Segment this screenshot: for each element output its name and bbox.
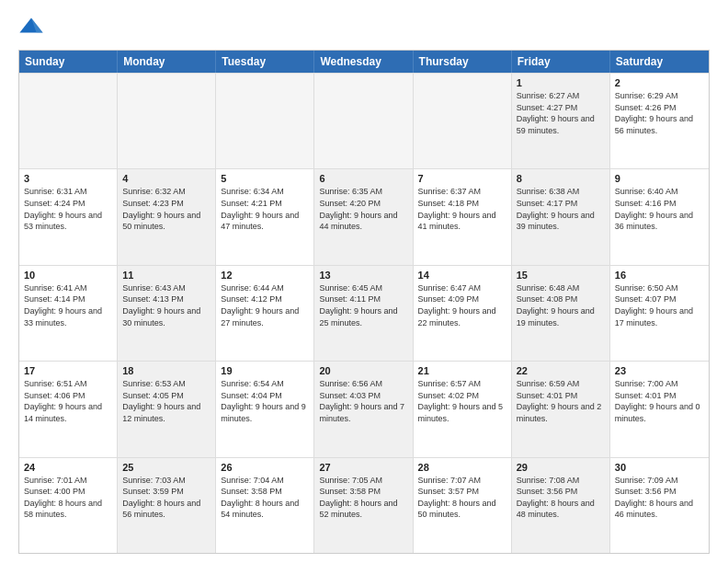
calendar-cell: 29Sunrise: 7:08 AM Sunset: 3:56 PM Dayli… <box>512 458 610 553</box>
day-number: 27 <box>319 462 407 473</box>
header-day-monday: Monday <box>118 51 216 73</box>
day-info: Sunrise: 6:34 AM Sunset: 4:21 PM Dayligh… <box>221 186 309 232</box>
day-number: 2 <box>615 77 704 88</box>
logo-icon <box>18 15 44 40</box>
day-info: Sunrise: 6:59 AM Sunset: 4:01 PM Dayligh… <box>517 378 605 424</box>
day-number: 17 <box>24 365 112 376</box>
calendar: SundayMondayTuesdayWednesdayThursdayFrid… <box>18 50 710 554</box>
day-number: 25 <box>122 462 210 473</box>
day-number: 5 <box>221 173 309 184</box>
calendar-cell: 30Sunrise: 7:09 AM Sunset: 3:56 PM Dayli… <box>610 458 709 553</box>
day-number: 28 <box>418 462 506 473</box>
day-info: Sunrise: 6:57 AM Sunset: 4:02 PM Dayligh… <box>418 378 506 424</box>
day-number: 4 <box>122 173 210 184</box>
calendar-cell: 10Sunrise: 6:41 AM Sunset: 4:14 PM Dayli… <box>19 266 118 361</box>
calendar-cell <box>216 74 314 168</box>
day-info: Sunrise: 6:35 AM Sunset: 4:20 PM Dayligh… <box>319 186 407 232</box>
day-info: Sunrise: 7:00 AM Sunset: 4:01 PM Dayligh… <box>615 378 704 424</box>
day-number: 20 <box>319 365 407 376</box>
calendar-cell <box>314 74 413 168</box>
calendar-cell: 2Sunrise: 6:29 AM Sunset: 4:26 PM Daylig… <box>610 74 709 168</box>
calendar-cell: 13Sunrise: 6:45 AM Sunset: 4:11 PM Dayli… <box>314 266 413 361</box>
day-info: Sunrise: 6:38 AM Sunset: 4:17 PM Dayligh… <box>517 186 605 232</box>
day-number: 24 <box>24 462 112 473</box>
calendar-cell: 25Sunrise: 7:03 AM Sunset: 3:59 PM Dayli… <box>118 458 216 553</box>
day-info: Sunrise: 7:05 AM Sunset: 3:58 PM Dayligh… <box>319 475 407 521</box>
day-number: 12 <box>221 270 309 281</box>
day-info: Sunrise: 6:37 AM Sunset: 4:18 PM Dayligh… <box>418 186 506 232</box>
calendar-cell: 12Sunrise: 6:44 AM Sunset: 4:12 PM Dayli… <box>216 266 314 361</box>
calendar-cell: 15Sunrise: 6:48 AM Sunset: 4:08 PM Dayli… <box>512 266 610 361</box>
calendar-cell: 3Sunrise: 6:31 AM Sunset: 4:24 PM Daylig… <box>19 169 118 264</box>
calendar-cell <box>19 74 118 168</box>
day-number: 21 <box>418 365 506 376</box>
calendar-cell: 22Sunrise: 6:59 AM Sunset: 4:01 PM Dayli… <box>512 362 610 456</box>
calendar-cell: 21Sunrise: 6:57 AM Sunset: 4:02 PM Dayli… <box>414 362 512 456</box>
day-info: Sunrise: 6:44 AM Sunset: 4:12 PM Dayligh… <box>221 282 309 328</box>
calendar-cell: 1Sunrise: 6:27 AM Sunset: 4:27 PM Daylig… <box>512 74 610 168</box>
header-day-thursday: Thursday <box>414 51 512 73</box>
calendar-cell: 16Sunrise: 6:50 AM Sunset: 4:07 PM Dayli… <box>610 266 709 361</box>
calendar-cell: 17Sunrise: 6:51 AM Sunset: 4:06 PM Dayli… <box>19 362 118 456</box>
calendar-row-4: 24Sunrise: 7:01 AM Sunset: 4:00 PM Dayli… <box>19 457 709 553</box>
day-number: 22 <box>517 365 605 376</box>
day-number: 23 <box>615 365 704 376</box>
day-info: Sunrise: 6:54 AM Sunset: 4:04 PM Dayligh… <box>221 378 309 424</box>
day-info: Sunrise: 6:29 AM Sunset: 4:26 PM Dayligh… <box>615 90 704 136</box>
calendar-row-1: 3Sunrise: 6:31 AM Sunset: 4:24 PM Daylig… <box>19 168 709 264</box>
calendar-cell <box>414 74 512 168</box>
day-info: Sunrise: 6:50 AM Sunset: 4:07 PM Dayligh… <box>615 282 704 328</box>
day-number: 10 <box>24 270 112 281</box>
calendar-header: SundayMondayTuesdayWednesdayThursdayFrid… <box>19 51 709 73</box>
day-number: 14 <box>418 270 506 281</box>
day-info: Sunrise: 6:45 AM Sunset: 4:11 PM Dayligh… <box>319 282 407 328</box>
day-number: 30 <box>615 462 704 473</box>
day-info: Sunrise: 6:48 AM Sunset: 4:08 PM Dayligh… <box>517 282 605 328</box>
calendar-cell <box>118 74 216 168</box>
calendar-cell: 24Sunrise: 7:01 AM Sunset: 4:00 PM Dayli… <box>19 458 118 553</box>
calendar-cell: 20Sunrise: 6:56 AM Sunset: 4:03 PM Dayli… <box>314 362 413 456</box>
calendar-cell: 9Sunrise: 6:40 AM Sunset: 4:16 PM Daylig… <box>610 169 709 264</box>
day-number: 26 <box>221 462 309 473</box>
calendar-cell: 19Sunrise: 6:54 AM Sunset: 4:04 PM Dayli… <box>216 362 314 456</box>
day-number: 8 <box>517 173 605 184</box>
calendar-cell: 4Sunrise: 6:32 AM Sunset: 4:23 PM Daylig… <box>118 169 216 264</box>
calendar-cell: 7Sunrise: 6:37 AM Sunset: 4:18 PM Daylig… <box>414 169 512 264</box>
day-number: 9 <box>615 173 704 184</box>
day-number: 3 <box>24 173 112 184</box>
calendar-cell: 11Sunrise: 6:43 AM Sunset: 4:13 PM Dayli… <box>118 266 216 361</box>
calendar-body: 1Sunrise: 6:27 AM Sunset: 4:27 PM Daylig… <box>19 73 709 553</box>
calendar-cell: 26Sunrise: 7:04 AM Sunset: 3:58 PM Dayli… <box>216 458 314 553</box>
day-number: 6 <box>319 173 407 184</box>
calendar-row-2: 10Sunrise: 6:41 AM Sunset: 4:14 PM Dayli… <box>19 265 709 361</box>
day-info: Sunrise: 6:27 AM Sunset: 4:27 PM Dayligh… <box>517 90 605 136</box>
day-info: Sunrise: 6:43 AM Sunset: 4:13 PM Dayligh… <box>122 282 210 328</box>
day-number: 7 <box>418 173 506 184</box>
header-day-friday: Friday <box>512 51 610 73</box>
day-info: Sunrise: 6:41 AM Sunset: 4:14 PM Dayligh… <box>24 282 112 328</box>
calendar-cell: 18Sunrise: 6:53 AM Sunset: 4:05 PM Dayli… <box>118 362 216 456</box>
day-info: Sunrise: 6:32 AM Sunset: 4:23 PM Dayligh… <box>122 186 210 232</box>
header-day-saturday: Saturday <box>610 51 709 73</box>
calendar-cell: 6Sunrise: 6:35 AM Sunset: 4:20 PM Daylig… <box>314 169 413 264</box>
day-info: Sunrise: 6:47 AM Sunset: 4:09 PM Dayligh… <box>418 282 506 328</box>
day-number: 16 <box>615 270 704 281</box>
day-info: Sunrise: 7:07 AM Sunset: 3:57 PM Dayligh… <box>418 475 506 521</box>
header-day-sunday: Sunday <box>19 51 118 73</box>
day-number: 29 <box>517 462 605 473</box>
calendar-cell: 23Sunrise: 7:00 AM Sunset: 4:01 PM Dayli… <box>610 362 709 456</box>
day-number: 19 <box>221 365 309 376</box>
day-info: Sunrise: 6:31 AM Sunset: 4:24 PM Dayligh… <box>24 186 112 232</box>
calendar-row-3: 17Sunrise: 6:51 AM Sunset: 4:06 PM Dayli… <box>19 361 709 456</box>
day-number: 11 <box>122 270 210 281</box>
day-number: 15 <box>517 270 605 281</box>
calendar-cell: 27Sunrise: 7:05 AM Sunset: 3:58 PM Dayli… <box>314 458 413 553</box>
header-day-wednesday: Wednesday <box>314 51 413 73</box>
logo <box>18 15 48 40</box>
day-info: Sunrise: 6:56 AM Sunset: 4:03 PM Dayligh… <box>319 378 407 424</box>
calendar-cell: 28Sunrise: 7:07 AM Sunset: 3:57 PM Dayli… <box>414 458 512 553</box>
day-info: Sunrise: 7:04 AM Sunset: 3:58 PM Dayligh… <box>221 475 309 521</box>
day-info: Sunrise: 7:09 AM Sunset: 3:56 PM Dayligh… <box>615 475 704 521</box>
calendar-cell: 8Sunrise: 6:38 AM Sunset: 4:17 PM Daylig… <box>512 169 610 264</box>
day-info: Sunrise: 6:40 AM Sunset: 4:16 PM Dayligh… <box>615 186 704 232</box>
